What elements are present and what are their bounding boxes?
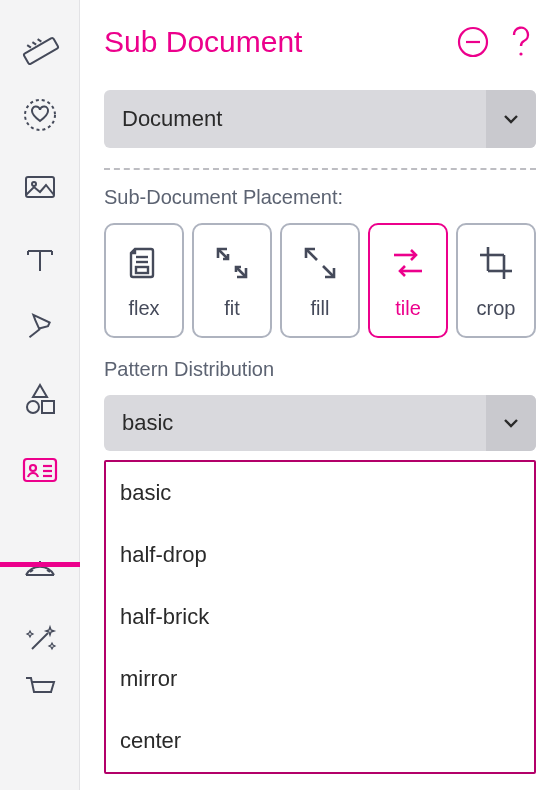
sidebar-item-ruler[interactable] — [0, 10, 80, 80]
placement-flex-label: flex — [128, 297, 159, 320]
document-select-chevron — [486, 90, 536, 148]
placement-tile-label: tile — [395, 297, 421, 320]
placement-tile[interactable]: tile — [368, 223, 448, 338]
gauge-icon — [20, 547, 60, 587]
crop-icon — [474, 241, 518, 285]
collapse-button[interactable] — [456, 25, 490, 59]
main-panel: Sub Document Document Sub-Do — [80, 0, 558, 790]
tile-icon — [386, 241, 430, 285]
help-button[interactable] — [506, 22, 536, 62]
svg-line-23 — [32, 633, 48, 649]
fill-icon — [298, 241, 342, 285]
cart-icon — [20, 674, 60, 698]
svg-point-26 — [519, 52, 522, 55]
sidebar-item-magic[interactable] — [0, 604, 80, 674]
pattern-label: Pattern Distribution — [104, 358, 536, 381]
placement-crop[interactable]: crop — [456, 223, 536, 338]
placement-fit[interactable]: fit — [192, 223, 272, 338]
pattern-dropdown: basic half-drop half-brick mirror center — [104, 460, 536, 774]
sidebar-item-image[interactable] — [0, 150, 80, 224]
placement-fill[interactable]: fill — [280, 223, 360, 338]
chevron-down-icon — [501, 109, 521, 129]
svg-rect-5 — [26, 177, 54, 197]
placement-crop-label: crop — [477, 297, 516, 320]
svg-rect-29 — [136, 267, 148, 273]
sidebar-item-cart[interactable] — [0, 674, 80, 710]
document-select[interactable]: Document — [104, 90, 536, 148]
svg-point-12 — [27, 401, 39, 413]
svg-point-15 — [30, 465, 36, 471]
svg-line-1 — [27, 44, 31, 48]
flex-icon — [122, 241, 166, 285]
sidebar — [0, 0, 80, 790]
shapes-icon — [20, 379, 60, 419]
id-card-icon — [18, 447, 62, 491]
pattern-option-mirror[interactable]: mirror — [106, 648, 534, 710]
document-select-value: Document — [104, 106, 486, 132]
pattern-select[interactable]: basic — [104, 395, 536, 451]
placement-options: flex fit fill — [104, 223, 536, 338]
question-icon — [506, 22, 536, 62]
sidebar-item-id-card[interactable] — [0, 434, 80, 504]
minus-circle-icon — [456, 25, 490, 59]
image-icon — [20, 167, 60, 207]
badge-heart-icon — [20, 95, 60, 135]
svg-point-4 — [25, 100, 55, 130]
sidebar-item-pin[interactable] — [0, 294, 80, 364]
ruler-icon — [20, 25, 60, 65]
sidebar-item-badge[interactable] — [0, 80, 80, 150]
svg-line-32 — [307, 250, 317, 260]
pin-icon — [20, 309, 60, 349]
pattern-option-basic[interactable]: basic — [106, 462, 534, 524]
sidebar-item-shapes[interactable] — [0, 364, 80, 434]
header-actions — [456, 22, 536, 62]
pattern-select-chevron — [486, 395, 536, 451]
svg-rect-13 — [42, 401, 54, 413]
divider — [104, 168, 536, 170]
svg-line-30 — [218, 249, 228, 259]
placement-label: Sub-Document Placement: — [104, 186, 536, 209]
svg-line-2 — [32, 41, 36, 45]
placement-fit-label: fit — [224, 297, 240, 320]
text-icon — [20, 239, 60, 279]
svg-line-33 — [323, 266, 333, 276]
svg-line-31 — [236, 267, 246, 277]
pattern-option-center[interactable]: center — [106, 710, 534, 772]
pattern-option-half-drop[interactable]: half-drop — [106, 524, 534, 586]
fit-icon — [210, 241, 254, 285]
svg-point-6 — [32, 182, 36, 186]
sidebar-item-text[interactable] — [0, 224, 80, 294]
svg-line-3 — [37, 38, 41, 42]
placement-fill-label: fill — [311, 297, 330, 320]
placement-flex[interactable]: flex — [104, 223, 184, 338]
pattern-select-value: basic — [104, 410, 486, 436]
panel-title: Sub Document — [104, 25, 302, 59]
sidebar-active-indicator — [0, 562, 80, 567]
sidebar-item-dashboard[interactable] — [0, 530, 80, 604]
pattern-option-half-brick[interactable]: half-brick — [106, 586, 534, 648]
magic-wand-icon — [20, 619, 60, 659]
chevron-down-icon — [501, 413, 521, 433]
panel-header: Sub Document — [104, 22, 536, 62]
